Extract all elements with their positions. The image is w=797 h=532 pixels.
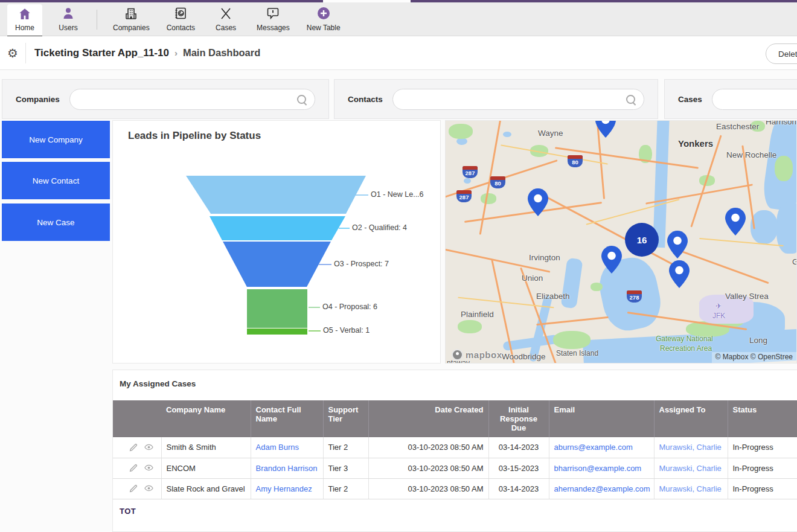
- contacts-search-label: Contacts: [348, 95, 383, 104]
- tab-contacts[interactable]: Contacts: [161, 2, 201, 36]
- map-pin[interactable]: [595, 120, 616, 138]
- email-link[interactable]: bharrison@example.com: [554, 464, 642, 473]
- tab-users[interactable]: Users: [51, 2, 86, 36]
- table-row: Slate Rock and GravelAmy HernandezTier 2…: [113, 478, 797, 499]
- map-label: Elizabeth: [536, 292, 570, 301]
- funnel-stage-label: O1 - New Le...6: [371, 190, 424, 199]
- col-company[interactable]: Company Name: [161, 400, 251, 437]
- table-toolbar: Home Users Companies Contacts Cases: [0, 2, 797, 36]
- funnel-segment[interactable]: [186, 176, 366, 214]
- new-company-button[interactable]: New Company: [2, 121, 110, 158]
- view-record-icon[interactable]: [144, 463, 154, 473]
- cell-due: 03-14-2023: [488, 478, 549, 499]
- companies-search-label: Companies: [16, 95, 60, 104]
- funnel-chart-title: Leads in Pipeline by Status: [128, 130, 261, 142]
- edit-record-icon[interactable]: [129, 443, 138, 452]
- col-created[interactable]: Date Created: [368, 400, 488, 437]
- col-status[interactable]: Status: [728, 400, 797, 437]
- edit-record-icon[interactable]: [129, 463, 138, 473]
- table-row: Smith & SmithAdam BurnsTier 203-10-2023 …: [113, 437, 797, 458]
- cell-created: 03-10-2023 08:50 AM: [368, 458, 488, 478]
- tab-label: Contacts: [167, 24, 195, 32]
- cell-status: In-Progress: [728, 478, 797, 499]
- new-contact-button[interactable]: New Contact: [2, 162, 110, 199]
- map-pin[interactable]: [601, 246, 622, 274]
- cell-status: In-Progress: [728, 437, 797, 458]
- contact-link[interactable]: Adam Burns: [256, 443, 299, 452]
- assigned-link[interactable]: Murawski, Charlie: [659, 443, 722, 452]
- contacts-search-input[interactable]: [393, 89, 644, 109]
- map-label: ✈: [715, 302, 722, 310]
- contact-link[interactable]: Amy Hernandez: [256, 484, 312, 493]
- assigned-cases-panel: My Assigned Cases Company Name Contact F…: [112, 370, 797, 532]
- map-label: Long: [749, 336, 767, 345]
- map-label: Yonkers: [678, 138, 713, 149]
- col-tier[interactable]: Support Tier: [323, 400, 368, 437]
- mapbox-logo[interactable]: mapbox: [452, 349, 502, 361]
- col-actions: [113, 400, 161, 437]
- cell-email: ahernandez@example.com: [549, 478, 654, 499]
- view-record-icon[interactable]: [144, 484, 154, 493]
- table-header-row: Company Name Contact Full Name Support T…: [113, 400, 797, 437]
- tab-companies[interactable]: Companies: [107, 2, 156, 36]
- map-pin[interactable]: [725, 208, 746, 236]
- cell-assigned: Murawski, Charlie: [654, 478, 728, 499]
- cell-email: bharrison@example.com: [549, 458, 654, 478]
- map-label: Valley Strea: [725, 292, 769, 301]
- map-label: Union: [522, 274, 543, 283]
- interstate-shield-icon: 278: [627, 290, 642, 303]
- view-record-icon[interactable]: [144, 443, 154, 452]
- assigned-link[interactable]: Murawski, Charlie: [659, 464, 722, 473]
- col-email[interactable]: Email: [549, 400, 654, 437]
- map-card[interactable]: WayneYonkersEastchesterNew RochelleHarri…: [445, 120, 797, 364]
- tab-label: Messages: [257, 24, 290, 32]
- funnel-stage-label: O3 - Prospect: 7: [334, 260, 389, 268]
- map-label: Staten Island: [556, 349, 598, 357]
- tab-new-table[interactable]: New Table: [301, 2, 347, 36]
- map-label: Woodbridge: [502, 352, 546, 361]
- interstate-shield-icon: 80: [490, 176, 505, 188]
- col-assigned[interactable]: Assigned To: [654, 400, 728, 437]
- map-attribution[interactable]: © Mapbox © OpenStree: [712, 352, 796, 363]
- cell-contact: Adam Burns: [251, 437, 323, 458]
- tab-label: Companies: [113, 24, 150, 32]
- gear-icon[interactable]: ⚙: [7, 47, 18, 59]
- col-due[interactable]: Initial Response Due: [488, 400, 549, 437]
- tab-cases[interactable]: Cases: [208, 2, 243, 36]
- funnel-segment[interactable]: [223, 242, 331, 287]
- funnel-stage-label: O5 - Verbal: 1: [323, 326, 370, 335]
- assigned-link[interactable]: Murawski, Charlie: [659, 484, 722, 493]
- companies-search-input[interactable]: [70, 89, 315, 109]
- cases-search-panel: Cases: [664, 79, 797, 119]
- funnel-segment[interactable]: [247, 289, 307, 328]
- home-icon: [17, 7, 33, 21]
- email-link[interactable]: aburns@example.com: [554, 443, 633, 452]
- contact-link[interactable]: Brandon Harrison: [256, 464, 318, 473]
- cases-search-input[interactable]: [712, 89, 797, 109]
- cell-created: 03-10-2023 08:50 AM: [368, 478, 488, 499]
- companies-search-panel: Companies: [2, 79, 329, 119]
- breadcrumb-divider: [25, 43, 26, 63]
- tab-messages[interactable]: Messages: [251, 2, 296, 36]
- funnel-leader-line: [309, 330, 321, 332]
- x-icon: [218, 5, 234, 21]
- email-link[interactable]: ahernandez@example.com: [554, 484, 650, 493]
- map-cluster-marker[interactable]: 16: [625, 223, 659, 257]
- address-book-icon: [173, 5, 188, 21]
- funnel-segment[interactable]: [210, 216, 345, 240]
- edit-record-icon[interactable]: [129, 484, 138, 493]
- tab-home[interactable]: Home: [7, 4, 42, 36]
- cell-company: ENCOM: [161, 458, 251, 478]
- map-pin[interactable]: [669, 260, 690, 288]
- map-label: Eastchester: [716, 122, 759, 131]
- col-contact[interactable]: Contact Full Name: [251, 400, 323, 437]
- funnel-segment[interactable]: [247, 328, 307, 335]
- cell-tier: Tier 3: [323, 458, 368, 478]
- cell-tier: Tier 2: [323, 478, 368, 499]
- map-label: Plainfield: [461, 310, 494, 319]
- map-pin[interactable]: [667, 231, 688, 258]
- map-pin[interactable]: [528, 188, 548, 216]
- new-case-button[interactable]: New Case: [2, 204, 110, 241]
- delete-button[interactable]: Delete: [766, 43, 797, 64]
- app-title[interactable]: Ticketing Starter App_11-10: [34, 47, 169, 59]
